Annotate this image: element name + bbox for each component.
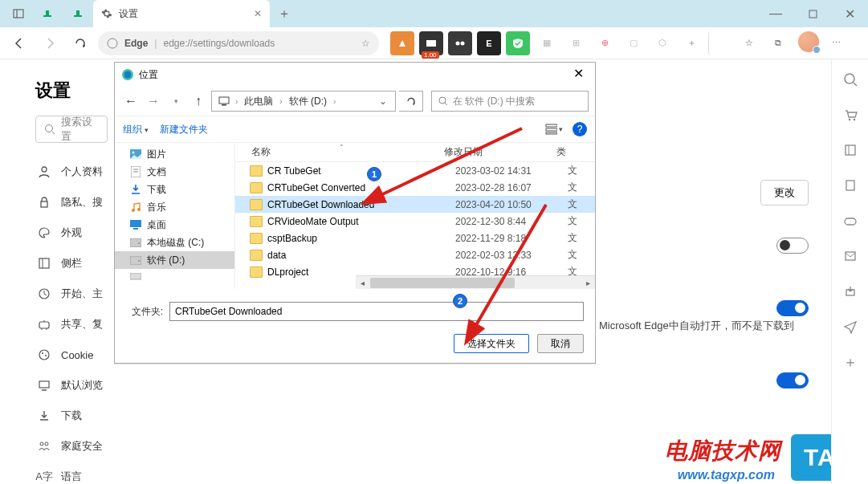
ext-icon-2[interactable]: 1.00 [419, 31, 443, 55]
col-type-header[interactable]: 类 [556, 145, 595, 159]
tree-item[interactable]: 软件 (D:) [115, 251, 234, 269]
tree-item[interactable]: 桌面 [115, 216, 234, 234]
new-folder-button[interactable]: 新建文件夹 [160, 123, 208, 136]
hscrollbar[interactable]: ◂▸ [356, 275, 595, 289]
dlg-up-icon[interactable]: ↑ [189, 92, 208, 111]
file-row[interactable]: CRTubeGet Converted2023-02-28 16:07文 [235, 179, 595, 196]
rail-drop-icon[interactable] [842, 283, 859, 300]
favorite-icon[interactable]: ☆ [361, 38, 370, 49]
folder-input[interactable] [169, 302, 584, 321]
tree-item[interactable]: 下载 [115, 181, 234, 198]
ext-icon-5[interactable] [506, 31, 530, 55]
svg-rect-5 [74, 15, 82, 17]
search-icon [44, 124, 55, 135]
ext-icon-4[interactable]: E [477, 31, 501, 55]
rail-search-icon[interactable] [842, 71, 859, 88]
file-row[interactable]: csptBackup2022-11-29 8:18文 [235, 230, 595, 246]
dlg-recent-dropdown-icon[interactable]: ▾ [166, 92, 185, 111]
ext-icon-3[interactable] [448, 31, 472, 55]
file-row[interactable]: data2022-02-03 13:33文 [235, 246, 595, 263]
ext-icon-1[interactable] [390, 31, 414, 55]
svg-point-11 [46, 125, 53, 132]
settings-nav-item[interactable]: A字语言 [35, 462, 233, 484]
col-name-header[interactable]: 名称 [251, 146, 271, 157]
svg-rect-14 [41, 201, 47, 207]
tree-item[interactable]: 本地磁盘 (C:) [115, 234, 234, 251]
rail-cart-icon[interactable] [842, 106, 859, 124]
minimize-button[interactable]: ― [757, 0, 794, 27]
folder-icon [250, 250, 263, 261]
tree-item[interactable]: 文档 [115, 163, 234, 181]
rail-office-icon[interactable] [842, 177, 859, 194]
svg-point-26 [40, 442, 43, 445]
nav-icon [37, 165, 51, 178]
nav-refresh-button[interactable] [67, 31, 93, 56]
view-mode-icon[interactable]: ▾ [545, 120, 563, 138]
ext-icon-7[interactable]: ⊞ [564, 31, 588, 55]
settings-nav-item[interactable]: 默认浏览 [35, 371, 233, 400]
svg-line-12 [52, 132, 55, 134]
svg-point-27 [45, 442, 48, 445]
nav-icon [37, 226, 51, 239]
file-row[interactable]: CRTubeGet Downloaded2023-04-20 10:50文 [235, 196, 595, 213]
rail-tools-icon[interactable] [842, 141, 859, 159]
menu-icon[interactable]: ⋯ [824, 31, 848, 55]
svg-point-57 [132, 209, 135, 212]
nav-back-button[interactable] [6, 31, 32, 56]
dlg-search-input[interactable]: 在 软件 (D:) 中搜索 [431, 91, 589, 112]
tabs-toggle-icon[interactable] [5, 2, 32, 26]
select-folder-button[interactable]: 选择文件夹 [454, 334, 529, 353]
toggle-3[interactable] [776, 372, 809, 388]
help-icon[interactable]: ? [573, 122, 587, 136]
favorites-icon[interactable]: ☆ [737, 31, 761, 55]
settings-nav-item[interactable]: 下载 [35, 401, 233, 430]
ext-icon-6[interactable]: ▦ [535, 31, 559, 55]
maximize-button[interactable] [794, 0, 831, 27]
collections-icon[interactable]: ⧉ [766, 31, 790, 55]
folder-icon [250, 266, 263, 278]
dlg-refresh-icon[interactable] [399, 91, 423, 112]
svg-point-43 [124, 71, 132, 79]
svg-rect-36 [846, 145, 855, 155]
tree-item[interactable]: 图片 [115, 145, 234, 163]
pinned-tab-1[interactable] [34, 2, 61, 26]
search-icon [438, 96, 448, 106]
close-tab-icon[interactable]: ✕ [254, 8, 262, 19]
ext-icon-9[interactable]: ▢ [621, 31, 646, 55]
new-tab-button[interactable]: ＋ [273, 2, 295, 25]
ext-icon-11[interactable]: ＋ [679, 31, 703, 55]
ext-icon-8[interactable]: ⊕ [593, 31, 617, 55]
rail-plane-icon[interactable] [842, 318, 859, 336]
pinned-tab-2[interactable] [64, 2, 92, 26]
pc-icon [215, 96, 233, 106]
breadcrumb-dropdown-icon[interactable]: ⌄ [374, 96, 392, 107]
rail-games-icon[interactable] [842, 212, 859, 230]
tree-item[interactable] [115, 269, 234, 287]
ext-icon-10[interactable]: ⬡ [650, 31, 674, 55]
cancel-button[interactable]: 取消 [537, 334, 584, 353]
active-tab[interactable]: 设置 ✕ [93, 0, 270, 27]
organize-menu[interactable]: 组织 [123, 123, 149, 136]
file-list: 名称˄ 修改日期 类 CR TubeGet2023-03-02 14:31文CR… [235, 143, 595, 289]
svg-rect-3 [43, 15, 51, 17]
svg-point-32 [845, 74, 854, 83]
tree-item[interactable]: 音乐 [115, 198, 234, 216]
rail-plus-icon[interactable]: ＋ [842, 353, 859, 371]
change-button[interactable]: 更改 [760, 180, 809, 205]
toggle-2[interactable] [776, 300, 809, 316]
settings-nav-item[interactable]: 家庭安全 [35, 432, 233, 461]
dialog-close-icon[interactable]: ✕ [568, 66, 589, 83]
close-window-button[interactable]: ✕ [831, 0, 868, 27]
dlg-back-icon[interactable]: ← [121, 92, 141, 111]
toggle-1[interactable] [776, 238, 809, 254]
file-row[interactable]: CR TubeGet2023-03-02 14:31文 [235, 162, 595, 179]
settings-search[interactable]: 搜索设置 [35, 116, 108, 143]
col-date-header[interactable]: 修改日期 [444, 145, 556, 159]
breadcrumb[interactable]: › 此电脑 › 软件 (D:) › ⌄ [211, 91, 396, 112]
url-box[interactable]: Edge | edge://settings/downloads ☆ [98, 31, 379, 55]
file-row[interactable]: CRVideoMate Output2022-12-30 8:44文 [235, 213, 595, 230]
svg-point-35 [853, 119, 855, 121]
watermark-text-2: www.tagxp.com [678, 468, 775, 482]
rail-outlook-icon[interactable] [842, 247, 859, 265]
profile-avatar[interactable] [798, 31, 819, 52]
